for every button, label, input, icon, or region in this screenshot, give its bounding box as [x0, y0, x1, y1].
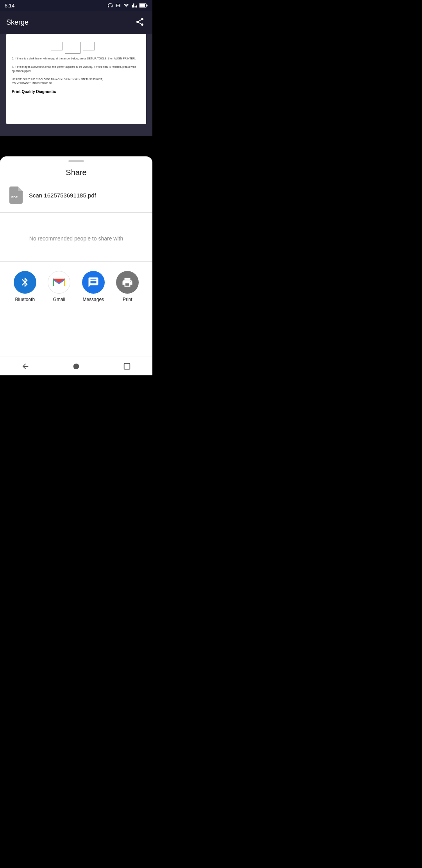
apps-row: Bluetooth Gmail — [0, 262, 152, 310]
doc-bold-title: Print Quality Diagnostic — [12, 89, 141, 95]
status-icons — [107, 2, 148, 9]
share-button[interactable] — [134, 16, 146, 29]
signal-icon — [132, 2, 137, 9]
app-title: Skerge — [6, 18, 29, 27]
print-icon — [122, 276, 133, 288]
gmail-label: Gmail — [53, 297, 65, 302]
app-item-bluetooth[interactable]: Bluetooth — [11, 271, 39, 302]
home-button[interactable] — [69, 359, 84, 374]
back-button[interactable] — [18, 359, 33, 374]
nav-bar — [0, 357, 152, 375]
bluetooth-icon-circle — [14, 271, 36, 294]
svg-rect-1 — [139, 4, 145, 7]
pdf-file-icon: PDF — [9, 187, 23, 204]
file-icon: PDF — [8, 186, 23, 204]
share-icon — [135, 17, 145, 27]
print-icon-circle — [116, 271, 139, 294]
messages-icon-circle — [82, 271, 105, 294]
share-title: Share — [0, 162, 152, 181]
no-people-message: No recommended people to share with — [0, 216, 152, 261]
svg-rect-2 — [147, 5, 147, 7]
share-bottom-sheet: Share PDF Scan 1625753691185.pdf No reco… — [0, 156, 152, 375]
svg-rect-5 — [124, 363, 130, 369]
doc-line1: 6. If there is a dark line or white gap … — [12, 57, 141, 61]
status-bar: 8:14 — [0, 0, 152, 11]
divider-1 — [0, 212, 152, 213]
svg-text:PDF: PDF — [11, 195, 18, 199]
gmail-icon-circle — [48, 271, 70, 294]
recents-icon — [123, 362, 131, 371]
messages-label: Messages — [82, 297, 104, 302]
svg-point-4 — [73, 363, 79, 369]
doc-content: 6. If there is a dark line or white gap … — [6, 34, 146, 99]
home-icon — [72, 362, 80, 371]
headphones-icon — [107, 2, 113, 9]
wifi-icon — [123, 3, 130, 8]
print-label: Print — [123, 297, 132, 302]
bluetooth-icon — [20, 277, 30, 288]
back-icon — [21, 362, 30, 371]
app-item-messages[interactable]: Messages — [79, 271, 107, 302]
status-time: 8:14 — [5, 3, 14, 9]
app-item-print[interactable]: Print — [113, 271, 141, 302]
file-name: Scan 1625753691185.pdf — [29, 192, 96, 199]
gmail-icon — [53, 278, 65, 287]
messages-icon — [88, 276, 99, 288]
app-background: Skerge 6. If there is a dark line or whi… — [0, 11, 152, 136]
bluetooth-label: Bluetooth — [15, 297, 35, 302]
app-item-gmail[interactable]: Gmail — [45, 271, 73, 302]
battery-icon — [139, 3, 148, 8]
file-row: PDF Scan 1625753691185.pdf — [0, 181, 152, 209]
doc-preview: 6. If there is a dark line or white gap … — [6, 34, 146, 124]
app-toolbar: Skerge — [0, 11, 152, 34]
doc-boxes — [12, 42, 141, 54]
doc-line3: HP USE ONLY: HP ENVY 5000 All-in-One Pri… — [12, 77, 141, 86]
recents-button[interactable] — [120, 359, 134, 374]
sim-icon — [115, 2, 121, 9]
doc-line2: 7. If the images above look okay, the pr… — [12, 65, 141, 73]
